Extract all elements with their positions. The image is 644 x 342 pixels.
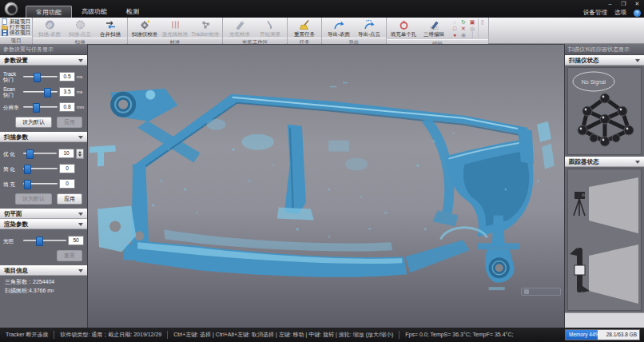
point-select-icon[interactable]: ● <box>451 32 459 38</box>
section-header-clip-plane[interactable]: 切平面 <box>0 209 87 219</box>
dot-mark-icon[interactable]: ◉ <box>459 32 467 38</box>
section-header-parameters[interactable]: 参数设置 <box>0 55 87 66</box>
scan-area: 扫描面积:4.3766 m² <box>3 286 84 295</box>
fill-slider[interactable] <box>23 179 58 189</box>
menu-tabs: 常用功能 高级功能 检测 <box>26 6 149 18</box>
section-header-scanner-status[interactable]: 扫描仪状态 <box>565 55 644 66</box>
fill-row: 填 充 0 <box>3 178 84 189</box>
optimize-stepper[interactable] <box>76 149 84 159</box>
lighting-row: 光照 50 <box>3 235 84 246</box>
resolution-value[interactable]: 0.8 <box>59 102 75 112</box>
apply-button[interactable]: 应用 <box>57 193 82 205</box>
laser-calibration-icon <box>169 19 181 30</box>
tracker-fov-bottom <box>589 245 638 304</box>
help-icon[interactable]: ? <box>634 10 641 17</box>
ribbon-group-export: 导出-表面 导出-点云 导出 <box>322 18 387 43</box>
status-bar: Tracker 断开连接 软件锁类型: 通用；截止日期: 2019/12/29 … <box>0 328 644 342</box>
tracker-connection-status: Tracker 断开连接 <box>4 331 54 339</box>
ribbon-group-project: 新建项目 打开项目 保存项目 项目 <box>0 18 33 43</box>
resolution-slider[interactable] <box>23 102 58 112</box>
simplify-row: 简 化 0 <box>3 163 84 174</box>
app-logo-icon[interactable] <box>4 2 18 16</box>
ribbon-group-edit: 填充单个孔 三维编辑 ◌ ↻ ▣ □ ✕ ◎ ● ◉ ┆ ▯ 编辑 <box>387 18 489 43</box>
fill-value[interactable]: 0 <box>59 179 75 189</box>
tab-inspection[interactable]: 检测 <box>117 6 149 18</box>
scanner-status-view: No Signal <box>567 67 642 155</box>
save-project-button[interactable]: 保存项目 <box>2 30 30 35</box>
track-shutter-value[interactable]: 0.5 <box>59 72 75 82</box>
mouse-hints: Ctrl+左键: 选择 | Ctrl+Alt+左键: 取消选择 | 左键: 移动… <box>167 331 399 339</box>
tab-common-functions[interactable]: 常用功能 <box>26 6 72 18</box>
window-controls: – ❐ ✕ <box>603 0 644 8</box>
save-project-icon <box>2 30 8 36</box>
edit-tool-grid: ◌ ↻ ▣ □ ✕ ◎ ● ◉ ┆ <box>449 18 478 39</box>
start-measure-icon <box>264 19 276 30</box>
collapse-icon <box>78 59 83 62</box>
magnify-icon[interactable]: ◎ <box>468 26 476 32</box>
optimize-row: 优 化 10 <box>3 148 84 159</box>
scan-pointcloud-icon <box>74 19 86 30</box>
fill-hole-button[interactable]: 填充单个孔 <box>388 18 419 39</box>
scanner-status-panel: 扫描仪和跟踪器状态显示 扫描仪状态 No Signal <box>564 44 644 328</box>
lighting-slider[interactable] <box>23 236 66 245</box>
simplify-value[interactable]: 0 <box>59 164 75 173</box>
set-default-button[interactable]: 设为默认 <box>15 193 52 205</box>
export-pointcloud-button[interactable]: 导出-点云 <box>354 18 384 38</box>
mesh-edit-icon <box>428 19 440 30</box>
memory-indicator: Memory 44% 28.1/63.8 GB <box>565 329 640 340</box>
set-default-button[interactable]: 设为默认 <box>15 117 52 128</box>
simplify-slider[interactable] <box>23 164 58 173</box>
tracker-status-view <box>567 169 642 311</box>
expand-icon <box>524 289 529 294</box>
viewport-floating-tab[interactable] <box>521 288 561 296</box>
section-header-scan-params[interactable]: 扫描参数 <box>0 132 87 142</box>
deselect-icon[interactable]: ✕ <box>459 26 467 32</box>
fps-temperature-status: Fps= 0.0; TempS= 36.3°C; TempF= 35.4°C; <box>399 331 519 339</box>
maximize-button[interactable]: ❐ <box>617 0 630 8</box>
scan-shutter-value[interactable]: 3.5 <box>59 87 75 97</box>
rect-select-icon[interactable]: □ <box>451 26 459 32</box>
lighting-value[interactable]: 50 <box>68 236 84 245</box>
close-button[interactable]: ✕ <box>630 0 644 8</box>
apply-button[interactable]: 应用 <box>57 117 82 128</box>
triangle-count: 三角形数：2254404 <box>3 277 84 286</box>
section-header-render-params[interactable]: 渲染参数 <box>0 219 87 229</box>
start-measure-button[interactable]: 开始测量 <box>255 18 285 38</box>
parameter-panel-title: 参数设置与任务显示 <box>0 44 87 55</box>
ribbon-group-scan: 扫描-表面 扫描-点云 合并扫描 扫描 <box>33 18 128 43</box>
stylus-calibration-button[interactable]: 光笔校准 <box>225 18 255 38</box>
laser-calibration-button[interactable]: 激光线校准 <box>160 18 190 38</box>
trash-icon[interactable]: ▯ <box>481 19 484 26</box>
track-shutter-row: Track 快门 0.5 ms <box>3 71 84 82</box>
minimize-button[interactable]: – <box>603 0 617 8</box>
collapse-icon <box>635 161 640 164</box>
line-select-icon[interactable]: ┆ <box>468 32 476 38</box>
export-surface-button[interactable]: 导出-表面 <box>324 18 354 38</box>
scanner-calibration-icon <box>139 19 151 30</box>
track-shutter-slider[interactable] <box>23 72 58 82</box>
reset-task-icon <box>299 19 311 30</box>
resolution-row: 分辨率 0.8 mm <box>3 101 84 113</box>
mesh-edit-button[interactable]: 三维编辑 <box>419 18 449 39</box>
section-header-project-info[interactable]: 项目信息 <box>0 265 87 276</box>
merge-scan-button[interactable]: 合并扫描 <box>95 18 125 38</box>
scan-surface-button[interactable]: 扫描-表面 <box>34 18 65 38</box>
menu-options[interactable]: 选项 <box>614 9 626 17</box>
circle-select-icon[interactable]: ◌ <box>451 19 459 26</box>
scan-pointcloud-button[interactable]: 扫描-点云 <box>65 18 95 38</box>
tab-advanced-functions[interactable]: 高级功能 <box>72 6 117 18</box>
menu-device-manager[interactable]: 设备管理 <box>583 9 607 17</box>
3d-viewport[interactable] <box>88 44 564 328</box>
scanner-calibration-button[interactable]: 扫描仪校准 <box>129 18 160 38</box>
section-header-tracker-status[interactable]: 跟踪器状态 <box>565 157 644 167</box>
tripod-camera-icon <box>574 192 585 216</box>
optimize-value[interactable]: 10 <box>58 149 74 158</box>
optimize-slider[interactable] <box>23 149 57 158</box>
tracker-calibration-button[interactable]: Tracker校准 <box>190 18 221 38</box>
reset-task-button[interactable]: 重置任务 <box>289 18 320 38</box>
parameter-panel: 参数设置与任务显示 参数设置 Track 快门 0.5 ms Scan 快门 3… <box>0 44 88 328</box>
refresh-icon[interactable]: ↻ <box>459 19 467 26</box>
mark-region-icon[interactable]: ▣ <box>468 19 476 26</box>
scan-shutter-slider[interactable] <box>23 87 58 97</box>
reset-button[interactable]: 重置 <box>57 250 82 261</box>
